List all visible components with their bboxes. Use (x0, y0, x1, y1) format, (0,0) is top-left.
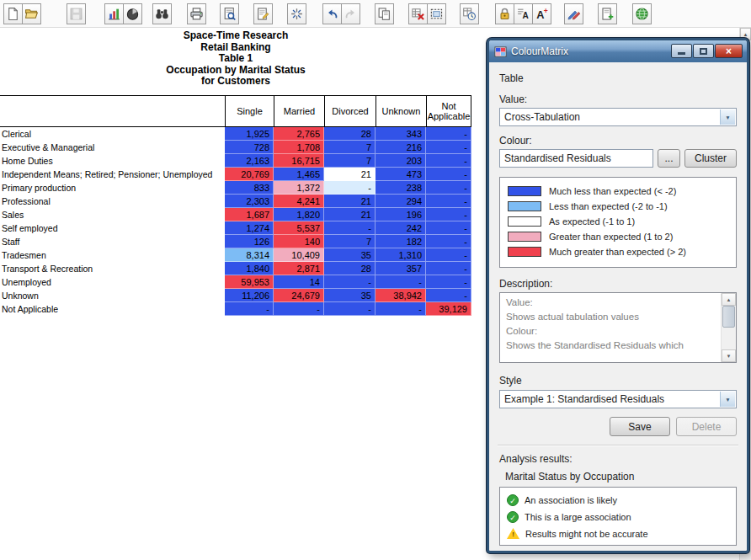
find-button[interactable] (152, 3, 172, 24)
data-cell[interactable]: 11,206 (225, 289, 274, 302)
column-header[interactable]: Married (274, 96, 324, 126)
data-cell[interactable]: 216 (376, 141, 426, 154)
data-cell[interactable]: 28 (324, 127, 376, 141)
row-label[interactable]: Unemployed (0, 275, 225, 289)
select-table-button[interactable] (427, 3, 446, 24)
data-cell[interactable]: 833 (225, 181, 274, 195)
lock-button[interactable] (495, 3, 514, 24)
maximize-button[interactable] (693, 44, 714, 58)
font-size-button[interactable]: A+ (532, 3, 551, 24)
data-cell[interactable]: 473 (376, 168, 426, 181)
undo-button[interactable] (322, 3, 342, 24)
row-label[interactable]: Transport & Recreation (0, 262, 225, 275)
column-header[interactable]: Not Applicable (426, 96, 471, 126)
dialog-titlebar[interactable]: ColourMatrix × (489, 40, 747, 62)
bar-chart-button[interactable] (104, 3, 124, 24)
row-label[interactable]: Unknown (0, 289, 225, 302)
data-cell[interactable]: - (426, 275, 471, 289)
row-label[interactable]: Primary production (0, 181, 225, 195)
table-clock-button[interactable] (460, 3, 479, 24)
data-cell[interactable]: 1,925 (225, 127, 274, 141)
description-scrollbar[interactable]: ▲ ▼ (721, 293, 736, 362)
data-cell[interactable]: 294 (376, 195, 426, 208)
data-cell[interactable]: - (376, 302, 426, 316)
data-cell[interactable]: - (274, 302, 324, 316)
data-cell[interactable]: 21 (324, 195, 376, 208)
data-cell[interactable]: 2,871 (274, 262, 324, 275)
data-cell[interactable]: 140 (274, 235, 324, 248)
data-cell[interactable]: 182 (376, 235, 426, 248)
data-cell[interactable]: 1,820 (274, 208, 324, 221)
data-cell[interactable]: - (426, 221, 471, 235)
data-cell[interactable]: 1,465 (274, 168, 324, 181)
print-button[interactable] (187, 3, 206, 24)
data-cell[interactable]: - (426, 168, 471, 181)
column-header[interactable]: Divorced (324, 96, 376, 126)
row-label[interactable]: Sales (0, 208, 225, 221)
data-cell[interactable]: 24,679 (274, 289, 324, 302)
style-dropdown[interactable]: Example 1: Standardised Residuals ▼ (499, 390, 737, 408)
scroll-up-icon[interactable]: ▲ (722, 293, 736, 306)
data-cell[interactable]: 16,715 (274, 154, 324, 168)
data-cell[interactable]: 1,840 (225, 262, 274, 275)
browse-button[interactable]: ... (658, 149, 680, 168)
data-cell[interactable]: 7 (324, 154, 376, 168)
data-cell[interactable]: 203 (376, 154, 426, 168)
row-label[interactable]: Independent Means; Retired; Pensioner; U… (0, 168, 225, 181)
data-cell[interactable]: 1,274 (225, 221, 274, 235)
data-cell[interactable]: - (426, 208, 471, 221)
new-document-button[interactable] (3, 3, 23, 24)
data-cell[interactable]: 2,303 (225, 195, 274, 208)
data-cell[interactable]: 8,314 (225, 248, 274, 262)
data-cell[interactable]: 28 (324, 262, 376, 275)
row-label[interactable]: Not Applicable (0, 302, 225, 316)
data-cell[interactable]: - (426, 195, 471, 208)
data-cell[interactable]: - (426, 262, 471, 275)
data-cell[interactable]: - (426, 141, 471, 154)
data-cell[interactable]: - (426, 154, 471, 168)
cluster-button[interactable]: Cluster (684, 149, 737, 168)
data-cell[interactable]: 2,163 (225, 154, 274, 168)
data-cell[interactable]: 196 (376, 208, 426, 221)
data-cell[interactable]: 357 (376, 262, 426, 275)
row-label[interactable]: Executive & Managerial (0, 141, 225, 154)
toolbar-save-button[interactable] (67, 3, 86, 24)
data-cell[interactable]: - (426, 235, 471, 248)
copy-button[interactable] (375, 3, 394, 24)
minimize-button[interactable] (671, 44, 692, 58)
save-button[interactable]: Save (610, 417, 670, 436)
data-cell[interactable]: 14 (274, 275, 324, 289)
data-cell[interactable]: - (376, 275, 426, 289)
scroll-thumb[interactable] (722, 306, 735, 328)
data-cell[interactable]: 1,310 (376, 248, 426, 262)
open-button[interactable] (22, 3, 41, 24)
row-label[interactable]: Clerical (0, 127, 225, 141)
data-cell[interactable]: 59,953 (225, 275, 274, 289)
print-preview-button[interactable] (220, 3, 239, 24)
value-dropdown[interactable]: Cross-Tabulation ▼ (499, 108, 737, 126)
column-header[interactable]: Unknown (376, 96, 426, 126)
data-cell[interactable]: 1,372 (274, 181, 324, 195)
delete-table-button[interactable] (408, 3, 428, 24)
colour-field[interactable]: Standardised Residuals (499, 149, 653, 168)
data-cell[interactable]: 38,942 (376, 289, 426, 302)
data-cell[interactable]: 7 (324, 235, 376, 248)
add-page-button[interactable] (598, 3, 617, 24)
scroll-down-icon[interactable]: ▼ (722, 349, 736, 362)
data-cell[interactable]: - (324, 275, 376, 289)
web-button[interactable] (632, 3, 652, 24)
data-cell[interactable]: - (426, 289, 471, 302)
delete-button[interactable]: Delete (676, 417, 737, 436)
row-label[interactable]: Staff (0, 235, 225, 248)
row-label[interactable]: Self employed (0, 221, 225, 235)
pie-chart-button[interactable] (123, 3, 142, 24)
data-cell[interactable]: 21 (324, 168, 376, 181)
draw-button[interactable] (564, 3, 583, 24)
edit-note-button[interactable] (253, 3, 273, 24)
data-cell[interactable]: 1,687 (225, 208, 274, 221)
data-cell[interactable]: 35 (324, 289, 376, 302)
data-cell[interactable]: 343 (376, 127, 426, 141)
data-cell[interactable]: 21 (324, 208, 376, 221)
data-cell[interactable]: 20,769 (225, 168, 274, 181)
data-cell[interactable]: 2,765 (274, 127, 324, 141)
